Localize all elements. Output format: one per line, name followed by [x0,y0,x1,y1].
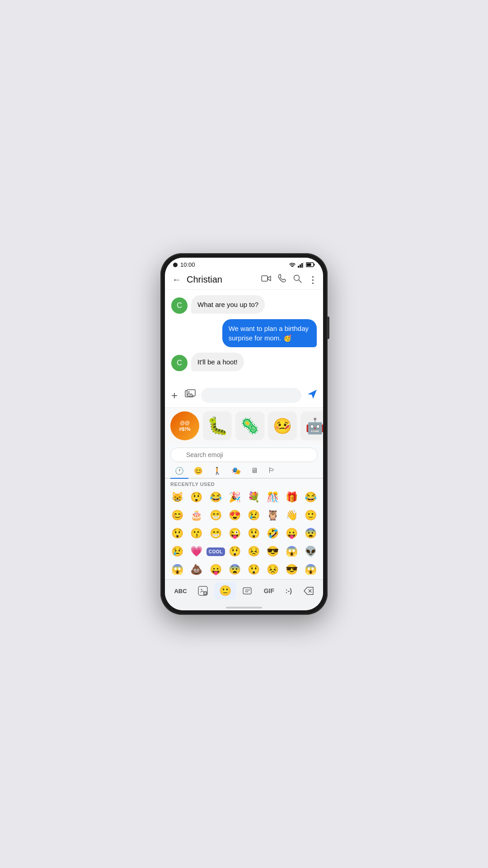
emoji-cell[interactable]: 🦉 [263,507,282,524]
search-button[interactable] [293,274,302,285]
emoji-cell[interactable]: 👋 [282,507,300,524]
emoji-tab-people[interactable]: 🚶 [208,464,226,479]
home-bar [226,607,262,609]
gif-button[interactable]: GIF [259,585,279,597]
emoji-cell[interactable]: COOL [206,543,225,560]
emoji-cell[interactable]: 😂 [206,489,225,506]
emoji-cell[interactable]: 😜 [226,525,244,542]
emoji-cell[interactable]: 😗 [188,525,206,542]
svg-point-8 [294,275,300,281]
sticker-cursing[interactable]: @@#$!% [170,411,199,440]
add-button[interactable]: + [169,387,179,404]
emoji-cell[interactable]: 😸 [169,489,187,506]
emoticons-button[interactable]: :-) [281,585,296,597]
emoji-cell[interactable]: 😛 [282,525,300,542]
stickers-button[interactable] [238,583,257,599]
phone-call-button[interactable] [277,274,286,285]
emoji-cell[interactable]: 😱 [169,561,187,578]
keyboard-bottom-bar: ABC 🙂 GIF [165,579,323,604]
send-button[interactable] [305,387,319,404]
svg-point-14 [201,589,202,590]
emoji-cell[interactable]: 😍 [226,507,244,524]
contact-name: Christian [187,274,258,285]
emoji-cell[interactable]: 💐 [245,489,263,506]
emoji-tab-flags[interactable]: 🏳 [263,464,280,479]
emoji-cell[interactable]: 😱 [282,543,300,560]
emoji-button[interactable]: 🙂 [215,582,236,599]
abc-label: ABC [174,588,187,594]
emoji-cell[interactable]: 😁 [206,525,225,542]
emoji-cell[interactable]: 🤣 [263,525,282,542]
svg-point-12 [188,391,190,392]
svg-rect-11 [187,390,195,396]
message-bubble: It'll be a hoot! [191,353,244,371]
more-options-button[interactable]: ⋮ [308,274,318,285]
emoji-cell[interactable]: 🎂 [188,507,206,524]
emoji-cell[interactable]: 😲 [226,543,244,560]
svg-rect-7 [262,276,267,281]
gif-label: GIF [264,587,274,594]
stickers-row: @@#$!% 🐛 🦠 🤒 🤖 [165,407,323,444]
svg-rect-6 [307,264,311,266]
emoji-cell[interactable]: 😲 [245,525,263,542]
message-row: C What are you up to? [171,295,317,314]
chat-area: C What are you up to? We want to plan a … [165,290,323,383]
emoji-cell[interactable]: 😨 [226,561,244,578]
sticker-blob[interactable]: 🐛 [203,411,232,440]
emoji-cell[interactable]: 👽 [301,543,319,560]
emoji-cell[interactable]: 😲 [169,525,187,542]
emoji-cell[interactable]: 😢 [245,507,263,524]
emoji-cell[interactable]: 💗 [188,543,206,560]
emoji-cell[interactable]: 💩 [188,561,206,578]
emoji-cell[interactable]: 😊 [169,507,187,524]
phone-screen: 10:00 [165,258,323,610]
emoji-cell[interactable]: 😨 [301,525,319,542]
emoji-cell[interactable]: 😎 [263,543,282,560]
emoji-cell[interactable]: 😲 [188,489,206,506]
emoji-cell[interactable]: 😱 [301,561,319,578]
emoji-cell[interactable]: 🎊 [263,489,282,506]
emoji-cell[interactable]: 😣 [245,543,263,560]
emoji-cell[interactable]: 🎁 [282,489,300,506]
sticker-germ[interactable]: 🦠 [235,411,264,440]
emoji-cell[interactable]: 😂 [301,489,319,506]
sticker-button[interactable] [193,583,212,599]
back-button[interactable]: ← [170,273,183,287]
gallery-button[interactable] [183,387,197,404]
emoji-cell[interactable]: 😁 [206,507,225,524]
status-bar: 10:00 [165,258,323,270]
wifi-icon [289,262,296,268]
emoji-tab-smileys[interactable]: 😊 [189,464,207,479]
backspace-button[interactable] [299,584,319,598]
video-call-button[interactable] [261,274,271,285]
sticker-robot[interactable]: 🤖 [300,411,323,440]
avatar: C [171,355,188,371]
input-area: + [165,383,323,407]
status-time: 10:00 [180,261,195,268]
emoticons-label: :-) [286,587,292,594]
home-indicator [165,604,323,610]
emoji-icon: 🙂 [219,585,231,597]
abc-button[interactable]: ABC [169,585,191,597]
emoji-tabs: 🕐 😊 🚶 🎭 🖥 🏳 [165,464,323,479]
message-bubble: We want to plan a birthday surprise for … [222,319,317,347]
emoji-cell[interactable]: 🎉 [226,489,244,506]
emoji-search-bar: 🔍 [165,444,323,464]
message-input[interactable] [201,388,301,403]
phone-device: 10:00 [160,253,328,615]
emoji-tab-recent[interactable]: 🕐 [170,464,188,479]
sticker-sick[interactable]: 🤒 [268,411,297,440]
emoji-cell[interactable]: 😎 [282,561,300,578]
message-bubble: What are you up to? [191,295,265,314]
svg-rect-16 [243,588,251,594]
emoji-tab-activities[interactable]: 🎭 [227,464,245,479]
emoji-search-input[interactable] [170,448,318,462]
emoji-keyboard: 🔍 🕐 😊 🚶 🎭 🖥 🏳 RECENTLY USED 😸 😲 😂 [165,444,323,579]
camera-indicator [173,263,178,267]
emoji-cell[interactable]: 😲 [245,561,263,578]
emoji-cell[interactable]: 😣 [263,561,282,578]
emoji-cell[interactable]: 😛 [206,561,225,578]
emoji-cell[interactable]: 😢 [169,543,187,560]
emoji-tab-objects[interactable]: 🖥 [246,464,263,479]
emoji-cell[interactable]: 🙂 [301,507,319,524]
